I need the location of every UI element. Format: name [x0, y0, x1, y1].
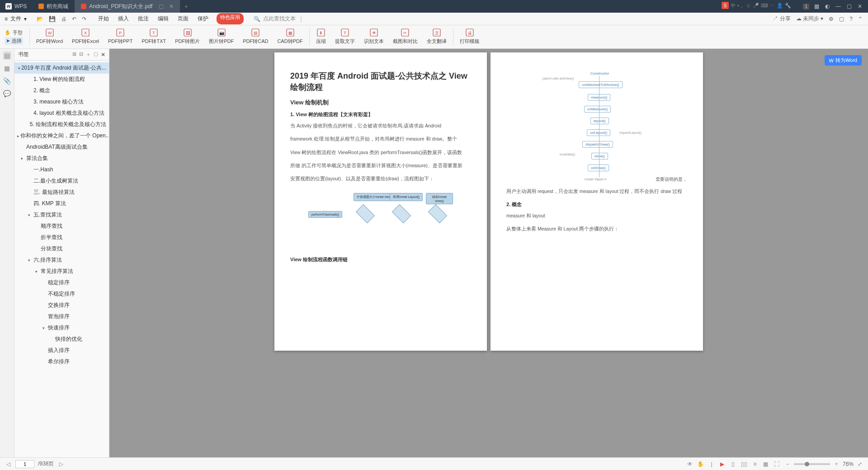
bookmark-item[interactable]: 希尔排序: [14, 356, 109, 367]
expand-arrow-icon[interactable]: ▾: [42, 326, 47, 330]
print-icon[interactable]: 🖨: [61, 16, 66, 22]
minimize-icon[interactable]: —: [835, 3, 842, 10]
fullscreen-icon[interactable]: ⛶: [773, 461, 780, 468]
bookmark-item[interactable]: 4. layout 相关概念及核心方法: [14, 108, 109, 119]
bookmark-item[interactable]: ▾2019 年百度 Android 面试题-公共...: [14, 62, 109, 74]
ribbon-tool-3[interactable]: TPDF转TXT: [137, 28, 170, 46]
ime-mic-icon[interactable]: 🎤: [753, 3, 759, 9]
thumbnails-rail-icon[interactable]: ▦: [3, 64, 11, 72]
ribbon-tool-6[interactable]: ▤PDF转CAD: [238, 28, 273, 46]
maximize-icon[interactable]: ▢: [845, 3, 853, 10]
bookmark-item[interactable]: 3. measure 核心方法: [14, 96, 109, 108]
expand-arrow-icon[interactable]: ▾: [35, 269, 40, 274]
grid-icon[interactable]: ▦: [813, 3, 820, 10]
attachments-rail-icon[interactable]: 📎: [3, 77, 11, 85]
new-tab-button[interactable]: ＋: [180, 3, 193, 10]
collapse-icon[interactable]: ⌃: [858, 16, 863, 22]
help-icon[interactable]: ?: [849, 16, 853, 22]
bookmark-item[interactable]: 插入排序: [14, 345, 109, 356]
grid-view-icon[interactable]: ▦: [762, 461, 769, 468]
open-icon[interactable]: 📂: [37, 16, 43, 22]
zoom-out-icon[interactable]: −: [784, 461, 791, 468]
tab-store[interactable]: 稻壳商城: [32, 0, 75, 13]
ribbon-tool-1[interactable]: XPDF转Excel: [67, 28, 104, 46]
expand-arrow-icon[interactable]: ▸: [17, 134, 19, 138]
ime-user-icon[interactable]: 👤: [777, 3, 783, 9]
single-page-icon[interactable]: ▯: [730, 461, 737, 468]
bookmark-item[interactable]: AndroidBAT高级面试合集: [14, 141, 109, 153]
eye-icon[interactable]: 👁: [686, 461, 693, 468]
ribbon-tool-7[interactable]: ▦CAD转PDF: [273, 28, 307, 46]
bookmark-item[interactable]: 冒泡排序: [14, 311, 109, 322]
ribbon-tool-12[interactable]: 文全文翻译: [422, 28, 451, 46]
tab-restore-icon[interactable]: ▢: [159, 3, 164, 9]
continuous-icon[interactable]: ≡: [751, 461, 759, 468]
prev-page-icon[interactable]: ◁: [5, 461, 12, 468]
bookmark-item[interactable]: 三. 最短路径算法: [14, 187, 109, 198]
convert-to-word-button[interactable]: W 转为Word: [825, 55, 862, 66]
two-page-icon[interactable]: ▯▯: [741, 461, 748, 468]
bookmark-item[interactable]: 不稳定排序: [14, 288, 109, 300]
tab-annotate[interactable]: 批注: [137, 13, 150, 24]
tab-current-document[interactable]: Android_PDF知识大全.pdf ▢ ✕: [75, 0, 180, 13]
feedback-icon[interactable]: ▢: [839, 16, 844, 22]
zoom-slider[interactable]: [794, 463, 830, 465]
ribbon-tool-5[interactable]: 📷图片转PDF: [204, 28, 238, 46]
hand-tool[interactable]: ✋手型: [5, 29, 23, 36]
bookmark-item[interactable]: ▾算法合集: [14, 153, 109, 164]
bookmark-item[interactable]: 快排的优化: [14, 334, 109, 345]
bookmark-item[interactable]: 2. 概念: [14, 85, 109, 96]
undo-icon[interactable]: ↶: [72, 16, 76, 22]
document-viewport[interactable]: 2019 年百度 Android 面试题-公共技术点之 View 绘制流程 Vi…: [109, 49, 868, 457]
bookmark-item[interactable]: 二.最小生成树算法: [14, 175, 109, 187]
ime-logo-icon[interactable]: S: [722, 2, 729, 9]
options-icon[interactable]: ▢: [94, 51, 98, 58]
comments-rail-icon[interactable]: 💬: [3, 89, 11, 98]
ribbon-tool-4[interactable]: 🖼PDF转图片: [170, 28, 204, 46]
ime-dots[interactable]: ⋯: [770, 3, 775, 9]
bookmark-item[interactable]: 1. View 树的绘图流程: [14, 74, 109, 85]
ribbon-tool-8[interactable]: ⬇压缩: [311, 28, 330, 46]
expand-arrow-icon[interactable]: ▾: [28, 258, 33, 263]
bookmark-item[interactable]: ▾五.查找算法: [14, 209, 109, 221]
fit-icon[interactable]: ⤢: [856, 461, 863, 468]
page-input[interactable]: [15, 460, 34, 468]
tab-start[interactable]: 开始: [97, 13, 110, 24]
skin-icon[interactable]: ◐: [824, 3, 831, 10]
ribbon-tool-0[interactable]: WPDF转Word: [32, 28, 67, 46]
ime-emoji-icon[interactable]: ☺: [746, 3, 751, 8]
notification-badge[interactable]: 1: [803, 4, 809, 9]
sync-button[interactable]: ☁ 未同步 ▾: [796, 15, 824, 23]
collapse-all-icon[interactable]: ⊟: [79, 51, 83, 58]
ime-lang[interactable]: 中: [731, 2, 736, 9]
hand-status-icon[interactable]: ✋: [697, 461, 704, 468]
bookmark-item[interactable]: 折半查找: [14, 232, 109, 243]
tab-special[interactable]: 特色应用: [217, 13, 244, 24]
tab-page[interactable]: 页面: [177, 13, 189, 24]
ime-punct[interactable]: •，: [737, 2, 744, 9]
file-menu[interactable]: ≡ 文件 ▾: [0, 15, 31, 23]
bookmark-item[interactable]: ▾常见排序算法: [14, 266, 109, 277]
tab-edit[interactable]: 编辑: [157, 13, 170, 24]
expand-arrow-icon[interactable]: ▾: [21, 156, 25, 161]
ime-tool-icon[interactable]: 🔧: [785, 3, 791, 9]
bookmark-item[interactable]: 一.Hash: [14, 164, 109, 175]
bookmark-item[interactable]: ▾六.排序算法: [14, 254, 109, 266]
share-button[interactable]: ↗ 分享: [773, 15, 790, 23]
ribbon-tool-11[interactable]: ✂截图和对比: [388, 28, 422, 46]
bookmark-item[interactable]: 5. 绘制流程相关概念及核心方法: [14, 119, 109, 130]
gear-icon[interactable]: ⚙: [829, 16, 834, 22]
add-bookmark-icon[interactable]: ＋: [86, 51, 91, 58]
bookmark-item[interactable]: 四. KMP 算法: [14, 198, 109, 209]
save-icon[interactable]: 💾: [49, 16, 56, 22]
next-page-icon[interactable]: ▷: [57, 461, 65, 468]
bookmarks-rail-icon[interactable]: ▤: [3, 52, 11, 60]
ime-keyboard-icon[interactable]: ⌨: [761, 3, 768, 9]
bookmark-item[interactable]: 交换排序: [14, 300, 109, 311]
expand-arrow-icon[interactable]: ▾: [28, 213, 33, 217]
window-close-icon[interactable]: ✕: [856, 3, 863, 10]
bookmark-item[interactable]: ▾快速排序: [14, 322, 109, 334]
expand-arrow-icon[interactable]: ▾: [18, 66, 20, 70]
bookmark-item[interactable]: 顺序查找: [14, 221, 109, 232]
zoom-in-icon[interactable]: ＋: [833, 461, 840, 468]
